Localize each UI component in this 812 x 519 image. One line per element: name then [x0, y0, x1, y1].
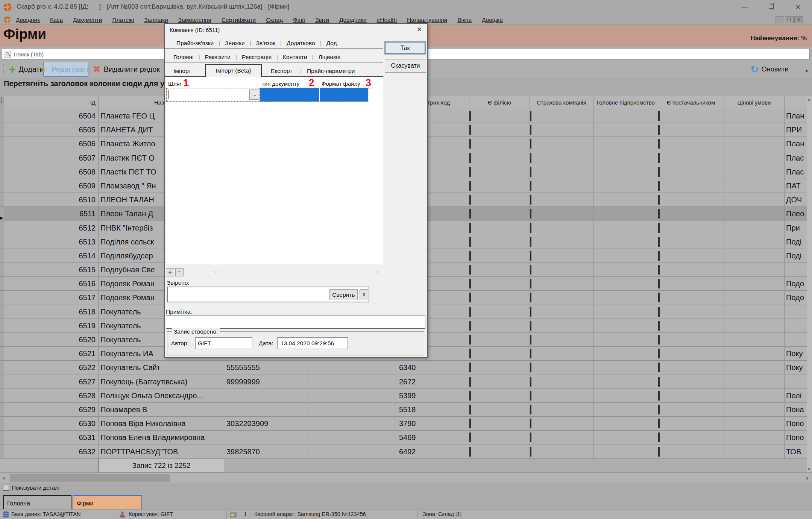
insurance-cell[interactable] [530, 235, 593, 249]
mdi-minimize-icon[interactable]: _ [776, 16, 784, 23]
is-branch-cell[interactable] [469, 123, 530, 137]
mdi-close-icon[interactable]: x [794, 16, 803, 23]
is-branch-cell[interactable] [469, 277, 530, 291]
insurance-cell[interactable] [530, 221, 593, 235]
insurance-cell[interactable] [530, 277, 593, 291]
column-header-price-terms[interactable]: Цінові умови [724, 96, 785, 109]
column-header-id[interactable]: ІД△ [4, 96, 99, 109]
is-supplier-checkbox[interactable] [658, 125, 660, 135]
tab-export[interactable]: Експорт [271, 68, 292, 74]
is-branch-checkbox[interactable] [469, 181, 471, 191]
insurance-checkbox[interactable] [530, 111, 531, 121]
tab-import[interactable]: Імпорт [173, 68, 191, 74]
insurance-checkbox[interactable] [530, 181, 531, 191]
insurance-cell[interactable] [530, 305, 593, 319]
is-branch-cell[interactable] [469, 305, 530, 319]
is-branch-checkbox[interactable] [469, 167, 471, 177]
edit-button[interactable]: ✎ Редагувати [43, 62, 88, 77]
insurance-checkbox[interactable] [530, 335, 531, 344]
insurance-checkbox[interactable] [530, 237, 531, 247]
insurance-checkbox[interactable] [530, 209, 531, 219]
is-branch-cell[interactable] [469, 235, 530, 249]
is-branch-checkbox[interactable] [469, 349, 471, 358]
insurance-checkbox[interactable] [530, 321, 531, 331]
is-supplier-cell[interactable] [658, 389, 724, 403]
is-supplier-checkbox[interactable] [658, 223, 660, 233]
tab-registration[interactable]: Реєстрація [237, 54, 276, 61]
insurance-checkbox[interactable] [530, 251, 531, 261]
table-row[interactable]: 6527Покупець (Баггаутівська)999999992672 [0, 375, 807, 389]
clear-button[interactable]: X [360, 289, 368, 300]
mdi-restore-icon[interactable]: ❒ [785, 16, 794, 23]
tab-price-links[interactable]: Прайс-зв'язки [172, 40, 219, 47]
is-branch-cell[interactable] [469, 375, 530, 389]
restore-icon[interactable] [763, 2, 780, 12]
table-row[interactable]: 6529Понамарев В5518Пона [0, 403, 807, 417]
is-supplier-cell[interactable] [658, 221, 724, 235]
is-supplier-cell[interactable] [658, 249, 724, 263]
insurance-checkbox[interactable] [530, 153, 531, 163]
is-branch-checkbox[interactable] [469, 447, 471, 457]
is-branch-checkbox[interactable] [469, 363, 471, 372]
vertical-scrollbar[interactable]: ∧ ∨ [807, 96, 812, 472]
is-branch-checkbox[interactable] [469, 307, 471, 317]
column-header-insurance[interactable]: Страхова компанія [530, 96, 593, 109]
menu-item[interactable]: Налаштування [407, 17, 447, 23]
tab-general[interactable]: Головні [168, 54, 199, 61]
scroll-left-icon[interactable]: ‹ [3, 474, 5, 482]
is-supplier-checkbox[interactable] [658, 293, 660, 302]
minimize-icon[interactable]: — [736, 2, 753, 12]
menu-item[interactable]: eHealth [377, 17, 397, 23]
is-branch-cell[interactable] [469, 417, 530, 431]
menu-item[interactable]: Довідники [339, 17, 367, 23]
tab-additional[interactable]: Додатково [282, 40, 320, 47]
is-supplier-checkbox[interactable] [658, 377, 660, 387]
insurance-cell[interactable] [530, 445, 593, 459]
is-supplier-cell[interactable] [658, 179, 724, 193]
note-input[interactable] [166, 316, 425, 329]
table-row[interactable]: 6528Поліщук Ольга Олександро...5399Полі [0, 389, 807, 403]
menu-item[interactable]: Платежі [112, 17, 134, 23]
insurance-cell[interactable] [530, 333, 593, 347]
insurance-cell[interactable] [530, 151, 593, 165]
is-supplier-checkbox[interactable] [658, 391, 660, 401]
menu-item[interactable]: Довідник [16, 17, 40, 23]
insurance-checkbox[interactable] [530, 279, 531, 288]
menu-item[interactable]: Залишки [144, 17, 168, 23]
insurance-checkbox[interactable] [530, 167, 531, 177]
is-supplier-cell[interactable] [658, 263, 724, 277]
is-branch-cell[interactable] [469, 333, 530, 347]
is-supplier-cell[interactable] [658, 305, 724, 319]
is-branch-checkbox[interactable] [469, 321, 471, 331]
menu-item[interactable]: Сертифікати [222, 17, 256, 23]
table-row[interactable]: 6522Покупатель Сайт555555556340Поку [0, 361, 807, 375]
is-branch-checkbox[interactable] [469, 293, 471, 302]
cancel-button[interactable]: Скасувати [385, 59, 426, 73]
insurance-checkbox[interactable] [530, 377, 531, 387]
is-supplier-checkbox[interactable] [658, 181, 660, 191]
insurance-checkbox[interactable] [530, 265, 531, 275]
add-button[interactable]: + Додати [9, 62, 44, 77]
is-supplier-checkbox[interactable] [658, 363, 660, 372]
insurance-checkbox[interactable] [530, 432, 531, 442]
is-supplier-checkbox[interactable] [658, 321, 660, 331]
insurance-checkbox[interactable] [530, 405, 531, 414]
is-branch-checkbox[interactable] [469, 195, 471, 205]
is-supplier-cell[interactable] [658, 207, 724, 221]
insurance-cell[interactable] [530, 347, 593, 361]
insurance-cell[interactable] [530, 207, 593, 221]
is-branch-cell[interactable] [469, 431, 530, 445]
is-branch-checkbox[interactable] [469, 377, 471, 387]
is-supplier-checkbox[interactable] [658, 111, 660, 121]
is-branch-checkbox[interactable] [469, 405, 471, 414]
is-supplier-cell[interactable] [658, 235, 724, 249]
insurance-cell[interactable] [530, 431, 593, 445]
format-selected-cell[interactable] [320, 88, 368, 102]
tab-requisites[interactable]: Реквізити [200, 54, 235, 61]
is-supplier-cell[interactable] [658, 109, 724, 123]
is-supplier-checkbox[interactable] [658, 419, 660, 428]
is-branch-cell[interactable] [469, 291, 530, 305]
menu-item[interactable]: Склад [266, 17, 283, 23]
menu-item[interactable]: Документи [73, 17, 102, 23]
insurance-cell[interactable] [530, 375, 593, 389]
